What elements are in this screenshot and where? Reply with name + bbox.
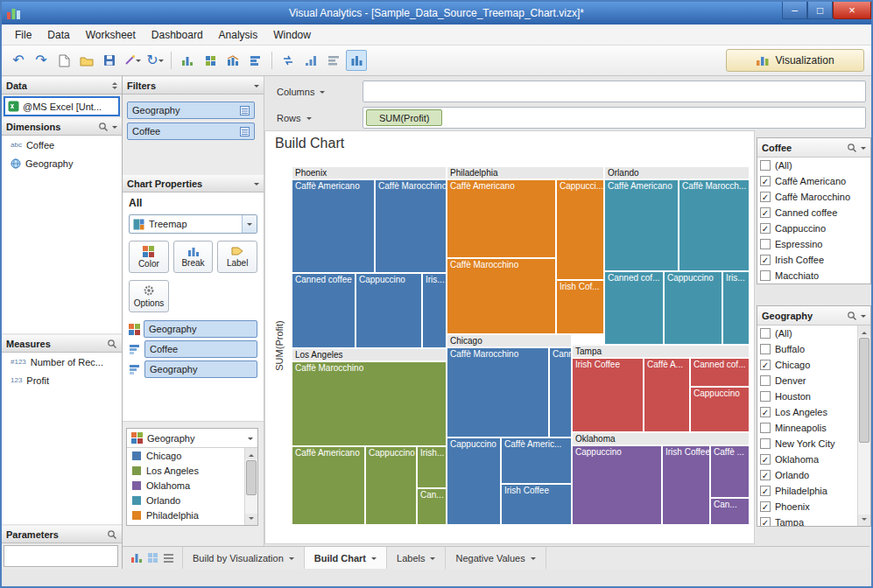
- treemap-cell[interactable]: Irish...: [417, 446, 447, 488]
- chevron-down-icon[interactable]: [531, 557, 536, 563]
- panel-toggle-icon[interactable]: [346, 50, 367, 71]
- columns-label[interactable]: Columns: [264, 87, 363, 97]
- chevron-down-icon[interactable]: [430, 557, 435, 563]
- treemap-cell[interactable]: Caffè Americano: [292, 179, 375, 273]
- geography-filter-item[interactable]: Los Angeles: [757, 404, 870, 420]
- treemap-cell[interactable]: Caffè ...: [710, 445, 750, 498]
- menu-item[interactable]: Dashboard: [144, 25, 211, 45]
- legend-item[interactable]: Los Angeles: [127, 463, 257, 478]
- transpose-icon[interactable]: [278, 50, 299, 71]
- save-icon[interactable]: [99, 50, 120, 71]
- close-button[interactable]: ×: [833, 2, 871, 19]
- treemap-cell[interactable]: Caffè Marocchino: [292, 361, 447, 446]
- coffee-filter-item[interactable]: Caffè Marocchino: [757, 189, 870, 205]
- treemap-group-header[interactable]: Orlando: [604, 166, 750, 179]
- geography-filter-item[interactable]: Philadelphia: [757, 483, 870, 499]
- scroll-up-icon[interactable]: [245, 448, 257, 459]
- treemap-group-header[interactable]: Los Angeles: [292, 348, 447, 361]
- treemap-cell[interactable]: Canned cof...: [690, 358, 750, 387]
- treemap-cell[interactable]: Cappuccino: [356, 273, 422, 348]
- data-panel-header[interactable]: Data: [2, 76, 122, 94]
- treemap-cell[interactable]: Caffè Marocchino: [375, 179, 447, 273]
- coffee-filter-item[interactable]: Canned coffee: [757, 205, 870, 220]
- scroll-thumb[interactable]: [859, 338, 869, 443]
- treemap-group-header[interactable]: Oklahoma: [572, 432, 750, 445]
- geography-filter-item[interactable]: (All): [757, 326, 870, 341]
- treemap-cell[interactable]: Cappuccino: [572, 445, 662, 525]
- treemap-cell[interactable]: Caffè Americ...: [501, 438, 572, 484]
- filters-header[interactable]: Filters: [123, 76, 264, 94]
- dashboard-grid-icon[interactable]: [147, 552, 158, 564]
- data-source-item[interactable]: @MS Excel [Unt...: [4, 96, 120, 116]
- treemap-cell[interactable]: Canned cof...: [604, 271, 664, 345]
- treemap-group-header[interactable]: Philadelphia: [447, 166, 604, 179]
- bottom-tab[interactable]: Negative Values: [446, 547, 546, 569]
- maximize-button[interactable]: □: [807, 2, 833, 19]
- list-icon[interactable]: [163, 553, 174, 563]
- checkbox[interactable]: [760, 255, 771, 265]
- coffee-filter-item[interactable]: Espressino: [757, 236, 870, 252]
- checkbox[interactable]: [760, 160, 771, 171]
- visualization-button[interactable]: Visualization: [726, 49, 864, 72]
- legend-item[interactable]: Oklahoma: [127, 478, 257, 493]
- treemap-cell[interactable]: Caffè Americano: [447, 179, 556, 258]
- treemap-cell[interactable]: Irish Coffee: [662, 445, 710, 525]
- redo-icon[interactable]: ↷: [31, 50, 52, 71]
- geography-scrollbar[interactable]: [857, 326, 870, 526]
- treemap-cell[interactable]: Irish Coffee: [501, 484, 572, 525]
- measures-header[interactable]: Measures: [2, 334, 122, 353]
- menu-item[interactable]: Analysis: [211, 25, 266, 45]
- sort-ascending-icon[interactable]: [300, 50, 321, 71]
- search-icon[interactable]: [107, 339, 117, 349]
- chevron-down-icon[interactable]: [254, 85, 259, 90]
- column-chart-icon[interactable]: [177, 50, 198, 71]
- rows-pill-sum-profit[interactable]: SUM(Profit): [366, 109, 442, 126]
- chart-sheet-icon[interactable]: [130, 552, 143, 564]
- checkbox[interactable]: [760, 454, 771, 465]
- rows-label[interactable]: Rows: [264, 113, 363, 123]
- bottom-tab[interactable]: Labels: [387, 547, 446, 569]
- chart-type-select[interactable]: Treemap: [129, 214, 257, 234]
- checkbox[interactable]: [760, 207, 771, 218]
- bar-line-chart-icon[interactable]: [222, 50, 243, 71]
- options-button[interactable]: Options: [129, 280, 169, 312]
- open-folder-icon[interactable]: [76, 50, 97, 71]
- treemap-group-header[interactable]: Chicago: [447, 334, 572, 347]
- coffee-filter-header[interactable]: Coffee: [757, 138, 870, 158]
- shelf-pill-geography-2[interactable]: Geography: [144, 360, 257, 378]
- checkbox[interactable]: [760, 391, 771, 402]
- treemap-cell[interactable]: Caffè Marocch...: [679, 179, 750, 271]
- color-button[interactable]: Color: [129, 241, 169, 273]
- chevron-down-icon[interactable]: [306, 117, 312, 122]
- columns-shelf[interactable]: [363, 80, 866, 102]
- treemap-cell[interactable]: Irish Cof...: [556, 280, 604, 334]
- treemap-group-header[interactable]: Tampa: [572, 345, 750, 358]
- bottom-tab[interactable]: Build Chart: [305, 547, 387, 569]
- search-icon[interactable]: [98, 122, 109, 132]
- shelf-pill-geography[interactable]: Geography: [144, 320, 257, 338]
- checkbox[interactable]: [760, 517, 771, 526]
- chevron-down-icon[interactable]: [112, 126, 117, 131]
- scroll-down-icon[interactable]: [245, 514, 257, 525]
- measure-item-profit[interactable]: 123 Profit: [2, 371, 122, 389]
- treemap-cell[interactable]: Can...: [710, 498, 750, 525]
- checkbox[interactable]: [760, 328, 771, 339]
- checkbox[interactable]: [760, 223, 771, 234]
- wand-icon[interactable]: [122, 50, 143, 71]
- search-icon[interactable]: [847, 311, 857, 321]
- checkbox[interactable]: [760, 176, 771, 186]
- treemap-cell[interactable]: Can...: [417, 488, 447, 525]
- chevron-down-icon[interactable]: [254, 183, 259, 188]
- new-file-icon[interactable]: [53, 50, 74, 71]
- rows-shelf[interactable]: SUM(Profit): [363, 107, 866, 129]
- menu-item[interactable]: Worksheet: [78, 25, 144, 45]
- treemap-cell[interactable]: Caffè Americano: [604, 179, 679, 271]
- checkbox[interactable]: [760, 486, 771, 496]
- bottom-tab[interactable]: Build by Visualization: [183, 547, 305, 569]
- menu-item[interactable]: Window: [265, 25, 319, 45]
- treemap-cell[interactable]: Irish Coffee: [572, 358, 644, 432]
- treemap-cell[interactable]: Cappuccino: [365, 446, 417, 525]
- filter-pill-geography[interactable]: Geography: [127, 102, 255, 119]
- geography-filter-item[interactable]: Phoenix: [757, 499, 870, 514]
- checkbox[interactable]: [760, 375, 771, 386]
